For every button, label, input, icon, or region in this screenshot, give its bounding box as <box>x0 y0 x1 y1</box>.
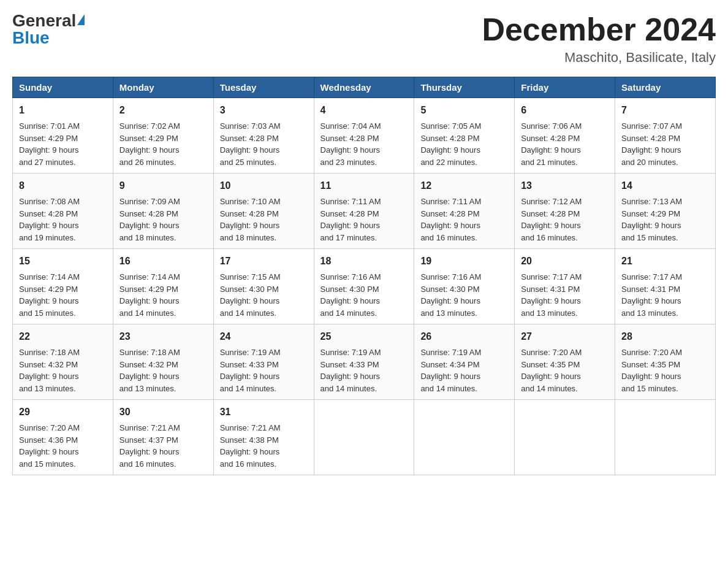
day-info: Sunrise: 7:20 AM Sunset: 4:36 PM Dayligh… <box>19 422 107 470</box>
calendar-day-cell: 3 Sunrise: 7:03 AM Sunset: 4:28 PM Dayli… <box>213 98 314 174</box>
day-info: Sunrise: 7:17 AM Sunset: 4:31 PM Dayligh… <box>621 271 709 319</box>
day-info: Sunrise: 7:14 AM Sunset: 4:29 PM Dayligh… <box>119 271 207 319</box>
logo-general-text: General <box>12 12 76 29</box>
day-info: Sunrise: 7:08 AM Sunset: 4:28 PM Dayligh… <box>19 196 107 243</box>
calendar-day-cell: 4 Sunrise: 7:04 AM Sunset: 4:28 PM Dayli… <box>314 98 414 174</box>
day-number: 1 <box>19 103 107 118</box>
day-info: Sunrise: 7:19 AM Sunset: 4:33 PM Dayligh… <box>220 347 308 394</box>
col-saturday: Saturday <box>615 77 716 98</box>
day-number: 30 <box>119 405 207 419</box>
calendar-day-cell: 17 Sunrise: 7:15 AM Sunset: 4:30 PM Dayl… <box>213 249 314 324</box>
col-friday: Friday <box>515 77 615 98</box>
day-number: 2 <box>119 103 207 118</box>
day-info: Sunrise: 7:20 AM Sunset: 4:35 PM Dayligh… <box>521 347 609 394</box>
day-number: 18 <box>320 254 408 269</box>
col-monday: Monday <box>113 77 213 98</box>
day-info: Sunrise: 7:20 AM Sunset: 4:35 PM Dayligh… <box>621 347 709 394</box>
calendar-day-cell: 8 Sunrise: 7:08 AM Sunset: 4:28 PM Dayli… <box>13 174 113 249</box>
calendar-day-cell: 6 Sunrise: 7:06 AM Sunset: 4:28 PM Dayli… <box>515 98 615 174</box>
calendar-day-cell: 2 Sunrise: 7:02 AM Sunset: 4:29 PM Dayli… <box>113 98 213 174</box>
calendar-week-row: 8 Sunrise: 7:08 AM Sunset: 4:28 PM Dayli… <box>13 174 716 249</box>
day-number: 20 <box>521 254 609 269</box>
calendar-day-cell: 28 Sunrise: 7:20 AM Sunset: 4:35 PM Dayl… <box>615 324 716 400</box>
day-number: 16 <box>119 254 207 269</box>
calendar-day-cell: 1 Sunrise: 7:01 AM Sunset: 4:29 PM Dayli… <box>13 98 113 174</box>
calendar-day-cell: 10 Sunrise: 7:10 AM Sunset: 4:28 PM Dayl… <box>213 174 314 249</box>
col-thursday: Thursday <box>414 77 515 98</box>
day-number: 29 <box>19 405 107 419</box>
calendar-day-cell: 5 Sunrise: 7:05 AM Sunset: 4:28 PM Dayli… <box>414 98 515 174</box>
logo: General Blue <box>12 12 85 47</box>
day-info: Sunrise: 7:19 AM Sunset: 4:33 PM Dayligh… <box>320 347 408 394</box>
title-block: December 2024 Maschito, Basilicate, Ital… <box>482 12 716 66</box>
day-number: 25 <box>320 329 408 344</box>
calendar-day-cell: 7 Sunrise: 7:07 AM Sunset: 4:28 PM Dayli… <box>615 98 716 174</box>
month-title: December 2024 <box>482 12 716 47</box>
calendar-day-cell <box>615 400 716 475</box>
calendar-week-row: 29 Sunrise: 7:20 AM Sunset: 4:36 PM Dayl… <box>13 400 716 475</box>
day-info: Sunrise: 7:11 AM Sunset: 4:28 PM Dayligh… <box>420 196 508 243</box>
calendar-day-cell: 15 Sunrise: 7:14 AM Sunset: 4:29 PM Dayl… <box>13 249 113 324</box>
day-info: Sunrise: 7:14 AM Sunset: 4:29 PM Dayligh… <box>19 271 107 319</box>
day-info: Sunrise: 7:21 AM Sunset: 4:37 PM Dayligh… <box>119 422 207 470</box>
calendar-body: 1 Sunrise: 7:01 AM Sunset: 4:29 PM Dayli… <box>13 98 716 475</box>
day-info: Sunrise: 7:02 AM Sunset: 4:29 PM Dayligh… <box>119 120 207 168</box>
day-info: Sunrise: 7:11 AM Sunset: 4:28 PM Dayligh… <box>320 196 408 243</box>
day-number: 15 <box>19 254 107 269</box>
day-number: 11 <box>320 178 408 193</box>
col-tuesday: Tuesday <box>213 77 314 98</box>
calendar-day-cell: 24 Sunrise: 7:19 AM Sunset: 4:33 PM Dayl… <box>213 324 314 400</box>
day-info: Sunrise: 7:16 AM Sunset: 4:30 PM Dayligh… <box>320 271 408 319</box>
day-info: Sunrise: 7:21 AM Sunset: 4:38 PM Dayligh… <box>220 422 308 470</box>
day-number: 17 <box>220 254 308 269</box>
calendar-day-cell: 18 Sunrise: 7:16 AM Sunset: 4:30 PM Dayl… <box>314 249 414 324</box>
calendar-day-cell <box>414 400 515 475</box>
day-number: 19 <box>420 254 508 269</box>
location-title: Maschito, Basilicate, Italy <box>482 50 716 66</box>
logo-triangle-icon <box>77 14 85 25</box>
day-info: Sunrise: 7:15 AM Sunset: 4:30 PM Dayligh… <box>220 271 308 319</box>
day-number: 8 <box>19 178 107 193</box>
day-number: 31 <box>220 405 308 419</box>
calendar-day-cell: 9 Sunrise: 7:09 AM Sunset: 4:28 PM Dayli… <box>113 174 213 249</box>
day-number: 4 <box>320 103 408 118</box>
calendar-day-cell <box>515 400 615 475</box>
calendar-day-cell: 22 Sunrise: 7:18 AM Sunset: 4:32 PM Dayl… <box>13 324 113 400</box>
header-row: Sunday Monday Tuesday Wednesday Thursday… <box>13 77 716 98</box>
day-info: Sunrise: 7:12 AM Sunset: 4:28 PM Dayligh… <box>521 196 609 243</box>
day-info: Sunrise: 7:17 AM Sunset: 4:31 PM Dayligh… <box>521 271 609 319</box>
day-number: 5 <box>420 103 508 118</box>
day-info: Sunrise: 7:18 AM Sunset: 4:32 PM Dayligh… <box>19 347 107 394</box>
calendar-week-row: 15 Sunrise: 7:14 AM Sunset: 4:29 PM Dayl… <box>13 249 716 324</box>
calendar-week-row: 22 Sunrise: 7:18 AM Sunset: 4:32 PM Dayl… <box>13 324 716 400</box>
day-number: 12 <box>420 178 508 193</box>
calendar-header: Sunday Monday Tuesday Wednesday Thursday… <box>13 77 716 98</box>
calendar-day-cell: 29 Sunrise: 7:20 AM Sunset: 4:36 PM Dayl… <box>13 400 113 475</box>
day-number: 27 <box>521 329 609 344</box>
col-wednesday: Wednesday <box>314 77 414 98</box>
day-number: 13 <box>521 178 609 193</box>
day-number: 22 <box>19 329 107 344</box>
day-number: 21 <box>621 254 709 269</box>
calendar-day-cell: 14 Sunrise: 7:13 AM Sunset: 4:29 PM Dayl… <box>615 174 716 249</box>
day-info: Sunrise: 7:19 AM Sunset: 4:34 PM Dayligh… <box>420 347 508 394</box>
day-number: 23 <box>119 329 207 344</box>
calendar-day-cell: 12 Sunrise: 7:11 AM Sunset: 4:28 PM Dayl… <box>414 174 515 249</box>
calendar-day-cell: 25 Sunrise: 7:19 AM Sunset: 4:33 PM Dayl… <box>314 324 414 400</box>
day-info: Sunrise: 7:04 AM Sunset: 4:28 PM Dayligh… <box>320 120 408 168</box>
day-info: Sunrise: 7:13 AM Sunset: 4:29 PM Dayligh… <box>621 196 709 243</box>
day-info: Sunrise: 7:09 AM Sunset: 4:28 PM Dayligh… <box>119 196 207 243</box>
calendar-table: Sunday Monday Tuesday Wednesday Thursday… <box>12 77 716 475</box>
day-number: 24 <box>220 329 308 344</box>
day-info: Sunrise: 7:05 AM Sunset: 4:28 PM Dayligh… <box>420 120 508 168</box>
day-number: 26 <box>420 329 508 344</box>
day-info: Sunrise: 7:03 AM Sunset: 4:28 PM Dayligh… <box>220 120 308 168</box>
day-info: Sunrise: 7:06 AM Sunset: 4:28 PM Dayligh… <box>521 120 609 168</box>
page-header: General Blue December 2024 Maschito, Bas… <box>12 12 716 66</box>
day-number: 28 <box>621 329 709 344</box>
calendar-week-row: 1 Sunrise: 7:01 AM Sunset: 4:29 PM Dayli… <box>13 98 716 174</box>
day-number: 9 <box>119 178 207 193</box>
calendar-day-cell: 13 Sunrise: 7:12 AM Sunset: 4:28 PM Dayl… <box>515 174 615 249</box>
day-info: Sunrise: 7:18 AM Sunset: 4:32 PM Dayligh… <box>119 347 207 394</box>
day-number: 3 <box>220 103 308 118</box>
